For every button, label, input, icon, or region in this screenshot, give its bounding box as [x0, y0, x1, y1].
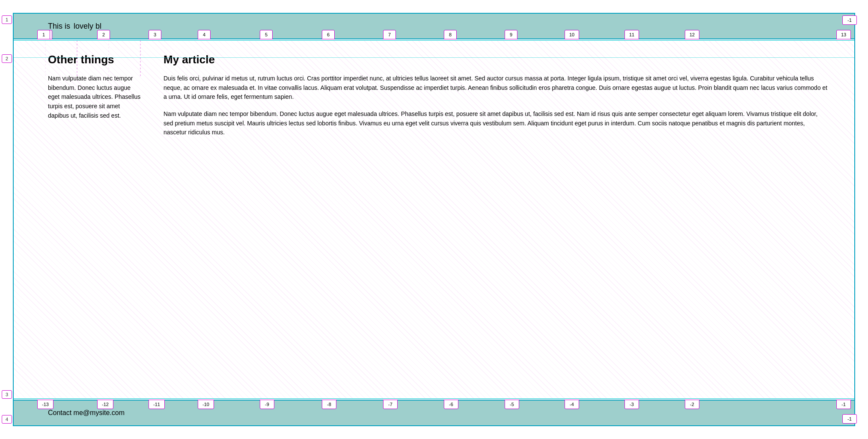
col-label-bottom-11: -3: [624, 400, 639, 409]
col-label-bottom-4: -10: [198, 400, 214, 409]
col-label-bottom-6: -8: [322, 400, 336, 409]
col-label-top-13: 13: [836, 30, 851, 39]
right-column-para2: Nam vulputate diam nec tempor bibendum. …: [163, 110, 829, 137]
row-label-1: 1: [2, 15, 12, 24]
col-label-bottom-12: -2: [685, 400, 699, 409]
left-column-heading: Other things: [48, 53, 142, 66]
col-label-bottom-9: -5: [505, 400, 519, 409]
header-text-part2: lovely bl: [74, 22, 101, 31]
right-column: My article Duis felis orci, pulvinar id …: [151, 40, 854, 399]
col-label-bottom-2: -12: [97, 400, 113, 409]
col-label-bottom-7: -7: [383, 400, 398, 409]
col-label-top-3: 3: [149, 30, 161, 39]
col-label-top-8: 8: [444, 30, 457, 39]
content-area: Other things Nam vulputate diam nec temp…: [14, 40, 854, 399]
col-label-bottom-10: -4: [565, 400, 579, 409]
col-label-bottom-3: -11: [149, 400, 165, 409]
col-label-corner-bottom-right: -1: [842, 414, 857, 424]
col-label-top-10: 10: [565, 30, 579, 39]
col-label-top-2: 2: [97, 30, 110, 39]
row-label-3: 3: [2, 390, 12, 399]
header-text-part1: This is: [48, 22, 70, 31]
col-label-top-7: 7: [383, 30, 396, 39]
col-label-top-6: 6: [322, 30, 335, 39]
col-label-corner-top-right: -1: [842, 15, 857, 25]
page-wrapper: This is lovely bl Other things Nam vulpu…: [13, 13, 855, 426]
col-label-top-1: 1: [37, 30, 50, 39]
footer-text: Contact me@mysite.com: [48, 409, 125, 417]
col-label-bottom-1: -13: [37, 400, 54, 409]
header-bar: This is lovely bl: [14, 14, 854, 39]
left-column-body: Nam vulputate diam nec tempor bibendum. …: [48, 74, 142, 120]
col-label-top-12: 12: [685, 30, 699, 39]
right-column-heading: My article: [163, 53, 829, 66]
row-label-2: 2: [2, 54, 12, 63]
right-column-para1: Duis felis orci, pulvinar id metus ut, r…: [163, 74, 829, 102]
col-label-bottom-8: -6: [444, 400, 458, 409]
col-label-top-4: 4: [198, 30, 211, 39]
row-label-4: 4: [2, 415, 12, 424]
col-label-bottom-13: -1: [836, 400, 851, 409]
col-label-top-11: 11: [624, 30, 639, 39]
col-label-bottom-5: -9: [260, 400, 274, 409]
col-label-top-5: 5: [260, 30, 273, 39]
left-column: Other things Nam vulputate diam nec temp…: [14, 40, 151, 399]
footer-bar: Contact me@mysite.com: [14, 400, 854, 425]
col-label-top-9: 9: [505, 30, 517, 39]
